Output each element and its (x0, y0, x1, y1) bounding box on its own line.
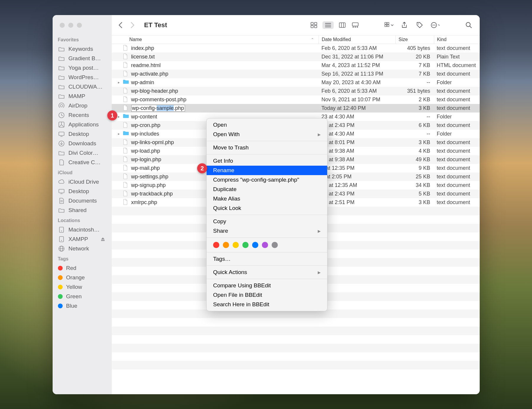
col-size[interactable]: Size (395, 35, 434, 44)
file-row[interactable]: wp-blog-header.php Feb 6, 2020 at 5:33 A… (112, 87, 480, 95)
forward-button[interactable] (131, 22, 135, 28)
file-row[interactable]: ▸wp-admin May 20, 2023 at 4:30 AM -- Fol… (112, 78, 480, 87)
close-button[interactable] (60, 23, 65, 28)
sidebar-item[interactable]: Divi Color… (53, 148, 112, 158)
svg-rect-27 (352, 23, 358, 26)
column-view-button[interactable] (338, 21, 347, 29)
file-row[interactable]: readme.html Mar 4, 2023 at 11:52 PM 7 KB… (112, 61, 480, 70)
sidebar-item[interactable]: Shared (53, 206, 112, 215)
menu-item[interactable]: Quick Actions▶ (207, 268, 327, 277)
sidebar-item[interactable]: Keywords (53, 44, 112, 54)
eject-icon[interactable] (99, 236, 106, 242)
sidebar-tag-item[interactable]: Yellow (53, 282, 112, 292)
disclosure-icon[interactable]: ▸ (117, 132, 121, 136)
zoom-button[interactable] (77, 23, 82, 28)
sidebar-item[interactable]: Network (53, 244, 112, 253)
sidebar-item[interactable]: Yoga post… (53, 63, 112, 73)
sidebar: Favorites KeywordsGradient B…Yoga post…W… (53, 15, 112, 394)
apps-icon (58, 122, 65, 128)
icon-view-button[interactable] (309, 21, 318, 29)
sidebar-item[interactable]: AirDrop (53, 101, 112, 110)
tag-color-dot[interactable] (233, 242, 239, 248)
sidebar-item-label: Divi Color… (69, 150, 98, 156)
sidebar-item[interactable]: Creative C… (53, 158, 112, 167)
sidebar-item[interactable]: Desktop (53, 187, 112, 196)
menu-item[interactable]: Rename (207, 166, 327, 175)
menu-separator (207, 154, 327, 154)
menu-item[interactable]: Get Info (207, 156, 327, 166)
tag-color-dot[interactable] (262, 242, 268, 248)
sidebar-tag-item[interactable]: Red (53, 263, 112, 273)
actions-button[interactable] (431, 21, 439, 29)
menu-item[interactable]: Open With▶ (207, 130, 327, 139)
sidebar-tag-item[interactable]: Blue (53, 301, 112, 311)
menu-item[interactable]: Open (207, 120, 327, 130)
search-button[interactable] (464, 21, 473, 29)
sidebar-item[interactable]: MAMP (53, 92, 112, 101)
sidebar-item[interactable]: Gradient B… (53, 54, 112, 63)
sidebar-item[interactable]: iCloud Drive (53, 177, 112, 187)
sidebar-item[interactable]: WordPres… (53, 73, 112, 82)
file-row[interactable]: license.txt Dec 31, 2022 at 11:06 PM 20 … (112, 53, 480, 61)
sidebar-item[interactable]: CLOUDWA… (53, 82, 112, 92)
download-icon (58, 141, 65, 146)
sidebar-item[interactable]: Documents (53, 196, 112, 206)
rename-input[interactable]: wp-config-sample.php (131, 105, 185, 112)
menu-item[interactable]: Make Alias (207, 194, 327, 203)
menu-item[interactable]: Quick Look (207, 203, 327, 213)
gallery-view-button[interactable] (351, 21, 360, 29)
group-button[interactable] (385, 21, 393, 29)
menu-item[interactable]: Share▶ (207, 226, 327, 236)
file-row[interactable]: index.php Feb 6, 2020 at 5:33 AM 405 byt… (112, 44, 480, 53)
menu-item[interactable]: Compare Using BBEdit (207, 281, 327, 290)
file-size: 405 bytes (395, 45, 434, 51)
menu-tag-colors (207, 239, 327, 250)
file-icon (123, 88, 129, 94)
tag-color-dot[interactable] (252, 242, 258, 248)
menu-item[interactable]: Duplicate (207, 185, 327, 194)
list-view-button[interactable] (322, 21, 334, 29)
file-name: license.txt (131, 54, 155, 60)
back-button[interactable] (118, 22, 122, 28)
menu-item[interactable]: Move to Trash (207, 143, 327, 152)
sidebar-tag-item[interactable]: Orange (53, 273, 112, 282)
col-date-modified[interactable]: Date Modified (319, 35, 395, 44)
svg-rect-34 (387, 25, 389, 27)
col-name[interactable]: Name⌃ (112, 37, 319, 42)
sidebar-item[interactable]: Recents (53, 110, 112, 120)
file-row[interactable]: wp-config-sample.php Today at 12:40 PM 3… (112, 104, 480, 113)
menu-item-label: Copy (213, 218, 226, 225)
sidebar-tag-item[interactable]: Green (53, 292, 112, 301)
menu-item[interactable]: Copy (207, 217, 327, 226)
menu-item[interactable]: Tags… (207, 254, 327, 264)
sidebar-item[interactable]: Downloads (53, 139, 112, 148)
menu-item[interactable]: Compress "wp-config-sample.php" (207, 175, 327, 185)
menu-item-label: Quick Actions (213, 269, 247, 276)
file-kind: text document (434, 148, 480, 154)
sidebar-item[interactable]: Applications (53, 120, 112, 129)
file-icon (123, 53, 129, 60)
tag-color-dot[interactable] (242, 242, 249, 248)
col-kind[interactable]: Kind (434, 35, 480, 44)
file-icon (123, 173, 129, 180)
minimize-button[interactable] (68, 23, 73, 28)
file-date: May 20, 2023 at 4:30 AM (319, 79, 395, 86)
sidebar-item[interactable]: Macintosh… (53, 225, 112, 234)
disclosure-icon[interactable]: ▸ (117, 115, 121, 119)
tag-color-dot[interactable] (213, 242, 219, 248)
file-icon (123, 45, 129, 51)
tag-color-dot[interactable] (272, 242, 278, 248)
tag-color-dot[interactable] (223, 242, 229, 248)
sidebar-item-label: Documents (69, 198, 97, 204)
file-row[interactable]: wp-activate.php Sep 16, 2022 at 11:13 PM… (112, 70, 480, 78)
menu-item[interactable]: Open File in BBEdit (207, 290, 327, 300)
tags-button[interactable] (415, 21, 424, 29)
empty-row (112, 318, 480, 327)
menu-item[interactable]: Search Here in BBEdit (207, 300, 327, 309)
sidebar-item[interactable]: Desktop (53, 129, 112, 139)
sidebar-item[interactable]: XAMPP (53, 234, 112, 244)
share-button[interactable] (400, 21, 409, 29)
folder-icon (58, 56, 65, 61)
disclosure-icon[interactable]: ▸ (117, 80, 121, 84)
file-row[interactable]: wp-comments-post.php Nov 9, 2021 at 10:0… (112, 95, 480, 104)
